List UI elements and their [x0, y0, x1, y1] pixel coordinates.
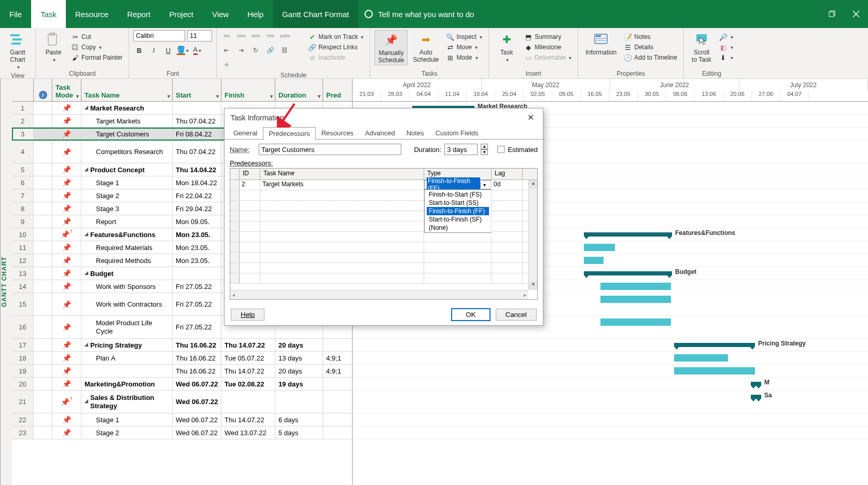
- pred-cell[interactable]: 4;9;1: [323, 352, 352, 364]
- auto-schedule-button[interactable]: ➡ Auto Schedule: [410, 30, 442, 64]
- task-mode-cell[interactable]: 📌: [52, 215, 81, 228]
- start-cell[interactable]: Mon 09.05.: [173, 215, 221, 228]
- row-number[interactable]: 2: [12, 115, 34, 127]
- task-name-cell[interactable]: Plan A: [81, 352, 173, 364]
- predecessors-grid[interactable]: ID Task Name Type Lag 2 Target Markets F…: [230, 168, 538, 300]
- pred-lag[interactable]: 0d: [492, 180, 523, 190]
- task-mode-cell[interactable]: 📌: [52, 413, 81, 426]
- task-mode-cell[interactable]: 📌: [52, 241, 81, 254]
- outdent-icon[interactable]: ⇤: [221, 45, 232, 56]
- duration-cell[interactable]: 13 days: [275, 352, 323, 364]
- duration-cell[interactable]: 6 days: [275, 413, 323, 426]
- start-cell[interactable]: Thu 07.04.22: [173, 141, 221, 163]
- start-cell[interactable]: [173, 102, 221, 114]
- row-number[interactable]: 22: [12, 413, 34, 426]
- row-number[interactable]: 1: [12, 102, 34, 114]
- paste-button[interactable]: Paste: [40, 30, 67, 64]
- duration-cell[interactable]: 20 days: [275, 365, 323, 377]
- task-bar[interactable]: [600, 318, 671, 326]
- window-close[interactable]: [844, 0, 868, 28]
- tab-resources[interactable]: Resources: [316, 127, 359, 140]
- menu-view[interactable]: View: [203, 0, 238, 28]
- col-duration[interactable]: Duration▾: [275, 79, 323, 101]
- type-option-none[interactable]: (None): [427, 224, 489, 232]
- task-mode-cell[interactable]: 📌: [52, 128, 81, 140]
- find-button[interactable]: 🔎: [717, 32, 735, 41]
- table-row[interactable]: 19📌Thu 16.06.22Thu 14.07.2220 days4;9;1: [12, 365, 352, 378]
- task-mode-cell[interactable]: 📌: [52, 293, 81, 315]
- task-name-cell[interactable]: Competitors Research: [81, 141, 173, 163]
- details-button[interactable]: ☰Details: [622, 43, 679, 52]
- tab-general[interactable]: General: [228, 127, 263, 140]
- task-bar[interactable]: [600, 283, 671, 290]
- row-number[interactable]: 5: [12, 163, 34, 176]
- row-number[interactable]: 19: [12, 365, 34, 377]
- table-row[interactable]: 17📌Pricing StrategyThu 16.06.22Thu 14.07…: [12, 339, 352, 352]
- pred-cell[interactable]: [323, 391, 352, 413]
- task-mode-cell[interactable]: 📌: [52, 365, 81, 377]
- split-icon[interactable]: ✧: [221, 59, 232, 71]
- col-lag[interactable]: Lag: [492, 169, 523, 179]
- pred-vscrollbar[interactable]: ▴▾: [528, 180, 537, 290]
- start-cell[interactable]: Thu 16.06.22: [173, 352, 221, 364]
- menu-help[interactable]: Help: [238, 0, 273, 28]
- row-number[interactable]: 18: [12, 352, 34, 364]
- task-name-cell[interactable]: Required Methods: [81, 254, 173, 267]
- start-cell[interactable]: Mon 18.04.22: [173, 176, 221, 189]
- task-name-cell[interactable]: Stage 1: [81, 176, 173, 189]
- menu-file[interactable]: File: [0, 0, 31, 28]
- chevron-down-icon[interactable]: ▾: [480, 182, 488, 188]
- col-predecessors[interactable]: Pred: [323, 79, 352, 101]
- task-mode-cell[interactable]: 📌: [52, 176, 81, 189]
- pred-cell[interactable]: [323, 339, 352, 351]
- duration-cell[interactable]: 20 days: [275, 339, 323, 351]
- pct50-icon[interactable]: 50%: [250, 30, 261, 41]
- task-name-cell[interactable]: Required Materials: [81, 241, 173, 254]
- task-name-cell[interactable]: Target Markets: [81, 115, 173, 127]
- task-name-cell[interactable]: Stage 1: [81, 413, 173, 426]
- copy-button[interactable]: ⿻Copy: [69, 43, 124, 52]
- task-name-cell[interactable]: Model Product Life Cycle: [81, 316, 173, 338]
- summary-bar[interactable]: [584, 271, 672, 275]
- task-bar[interactable]: [674, 354, 728, 362]
- type-option-ff[interactable]: Finish-to-Finish (FF): [427, 207, 489, 215]
- task-mode-cell[interactable]: 📌: [52, 426, 81, 439]
- start-cell[interactable]: Mon 23.05.: [173, 254, 221, 267]
- summary-bar[interactable]: [751, 382, 761, 386]
- link-icon[interactable]: 🔗: [264, 45, 276, 56]
- pred-hscrollbar[interactable]: ◂▸: [230, 290, 528, 299]
- task-mode-cell[interactable]: 📌: [52, 267, 81, 280]
- menu-resource[interactable]: Resource: [66, 0, 118, 28]
- menu-report[interactable]: Report: [118, 0, 160, 28]
- task-name-cell[interactable]: Stage 3: [81, 202, 173, 215]
- mark-on-track-button[interactable]: ✔Mark on Track: [306, 32, 366, 41]
- respect-links-button[interactable]: 🔗Respect Links: [306, 43, 366, 52]
- task-name-cell[interactable]: Report: [81, 215, 173, 228]
- predecessor-row[interactable]: 2 Target Markets Finish-to-Finish (FF) ▾…: [230, 180, 537, 190]
- row-number[interactable]: 4: [12, 141, 34, 163]
- summary-bar[interactable]: [674, 343, 755, 347]
- task-name-cell[interactable]: Sales & Distribution Strategy: [81, 391, 173, 413]
- table-row[interactable]: 20📌Marketing&PromotionWed 06.07.22Tue 02…: [12, 378, 352, 391]
- window-restore[interactable]: [820, 0, 844, 28]
- type-option-sf[interactable]: Start-to-Finish (SF): [427, 215, 489, 224]
- name-input[interactable]: [259, 144, 401, 155]
- task-mode-cell[interactable]: 📌: [52, 254, 81, 267]
- move-button[interactable]: ⇄Move: [444, 43, 484, 52]
- summary-bar[interactable]: [584, 232, 672, 237]
- task-name-cell[interactable]: Market Research: [81, 102, 173, 114]
- fill-button[interactable]: ⬇: [717, 53, 735, 62]
- clear-button[interactable]: ◧: [717, 43, 735, 52]
- task-name-cell[interactable]: Work with Sponsors: [81, 280, 173, 293]
- finish-cell[interactable]: Thu 14.07.22: [221, 339, 275, 351]
- task-mode-cell[interactable]: 📌: [52, 102, 81, 114]
- finish-cell[interactable]: Wed 13.07.22: [221, 426, 275, 439]
- information-button[interactable]: Information: [582, 30, 620, 57]
- start-cell[interactable]: Fri 29.04.22: [173, 202, 221, 215]
- task-mode-cell[interactable]: 📌: [52, 280, 81, 293]
- task-mode-cell[interactable]: 📌: [52, 115, 81, 127]
- task-name-cell[interactable]: Budget: [81, 267, 173, 280]
- start-cell[interactable]: Thu 16.06.22: [173, 339, 221, 351]
- col-tn[interactable]: Task Name: [260, 169, 424, 179]
- duration-input[interactable]: [444, 144, 478, 155]
